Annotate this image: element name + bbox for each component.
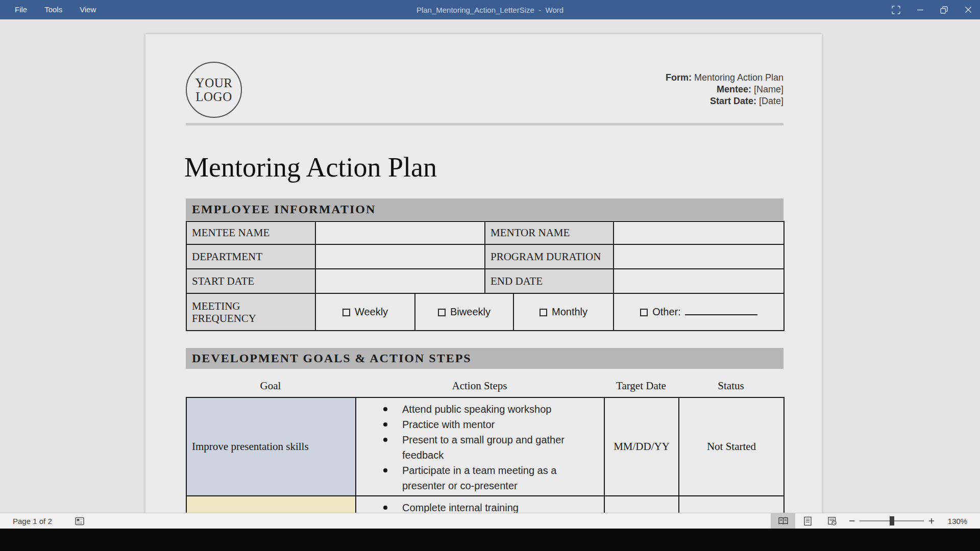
- other-checkbox[interactable]: [640, 309, 648, 316]
- weekly-checkbox[interactable]: [342, 309, 350, 316]
- fit-screen-icon: [891, 5, 901, 15]
- frequency-option-weekly: Weekly: [315, 293, 415, 331]
- minimize-button[interactable]: [908, 0, 932, 19]
- list-item: Attend public speaking workshop: [356, 402, 601, 417]
- company-logo: YOUR LOGO: [186, 62, 242, 118]
- print-layout-button[interactable]: [795, 513, 820, 529]
- plus-icon: [928, 518, 935, 524]
- mentee-name-label: MENTEE NAME: [186, 221, 315, 244]
- form-meta-form: Form: Mentoring Action Plan: [666, 72, 783, 84]
- zoom-level[interactable]: 130%: [944, 517, 971, 525]
- table-row: START DATE END DATE: [186, 269, 784, 293]
- action-steps-list: Attend public speaking workshop Practice…: [356, 398, 604, 493]
- action-steps-list: Complete internal training: [356, 496, 604, 513]
- form-meta-mentee-label: Mentee:: [717, 84, 751, 94]
- status-cell[interactable]: [679, 496, 784, 513]
- menu-file[interactable]: File: [6, 0, 36, 19]
- goals-column-headers: Goal Action Steps Target Date Status: [186, 375, 783, 397]
- department-field[interactable]: [315, 244, 485, 269]
- close-button[interactable]: [956, 0, 980, 19]
- page-indicator[interactable]: Page 1 of 2: [13, 517, 52, 525]
- action-steps-column-header: Action Steps: [355, 375, 604, 397]
- web-layout-icon: [827, 516, 837, 526]
- status-column-header: Status: [678, 375, 783, 397]
- target-date-cell[interactable]: [604, 496, 679, 513]
- web-layout-button[interactable]: [820, 513, 844, 529]
- employee-info-section-header: EMPLOYEE INFORMATION: [186, 198, 783, 220]
- table-row: Improve presentation skills Attend publi…: [186, 397, 784, 496]
- minus-icon: [849, 518, 855, 524]
- program-duration-label: PROGRAM DURATION: [485, 244, 614, 269]
- mentee-name-field[interactable]: [315, 221, 485, 244]
- header-divider: [186, 123, 783, 126]
- monthly-checkbox[interactable]: [540, 309, 547, 316]
- zoom-slider-thumb[interactable]: [890, 516, 894, 525]
- frequency-option-other: Other:: [614, 293, 784, 331]
- end-date-field[interactable]: [614, 269, 784, 293]
- start-date-field[interactable]: [315, 269, 485, 293]
- bottom-black-bar: [0, 529, 980, 551]
- goals-table: Improve presentation skills Attend publi…: [186, 397, 785, 513]
- list-item: Participate in a team meeting as a prese…: [356, 463, 601, 493]
- goal-cell[interactable]: [186, 496, 356, 513]
- close-icon: [964, 6, 972, 14]
- logo-text-line2: LOGO: [195, 90, 232, 104]
- document-page[interactable]: YOUR LOGO Form: Mentoring Action Plan Me…: [145, 34, 822, 513]
- zoom-out-button[interactable]: [844, 513, 860, 529]
- restore-icon: [940, 6, 948, 14]
- document-title: Mentoring Action Plan: [184, 152, 437, 183]
- restore-button[interactable]: [932, 0, 956, 19]
- menu-bar: File Tools View: [0, 0, 105, 19]
- other-label: Other:: [652, 306, 681, 317]
- department-label: DEPARTMENT: [186, 244, 315, 269]
- weekly-label: Weekly: [355, 306, 388, 317]
- frequency-option-biweekly: Biweekly: [415, 293, 513, 331]
- employee-info-tables: MENTEE NAME MENTOR NAME DEPARTMENT PROGR…: [186, 221, 783, 331]
- biweekly-checkbox[interactable]: [438, 309, 446, 316]
- window-controls: [884, 0, 980, 19]
- fit-screen-button[interactable]: [884, 0, 908, 19]
- form-meta-startdate-value: [Date]: [756, 96, 783, 106]
- print-layout-icon: [803, 516, 812, 526]
- meeting-frequency-table: MEETING FREQUENCY Weekly Biweekly Monthl…: [186, 293, 785, 331]
- form-meta-startdate-label: Start Date:: [710, 96, 756, 106]
- end-date-label: END DATE: [485, 269, 614, 293]
- read-mode-button[interactable]: [771, 513, 795, 529]
- other-blank-field[interactable]: [685, 308, 757, 315]
- mentor-name-label: MENTOR NAME: [485, 221, 614, 244]
- goal-cell[interactable]: Improve presentation skills: [186, 397, 356, 496]
- form-meta-block: Form: Mentoring Action Plan Mentee: [Nam…: [666, 72, 783, 107]
- document-workspace: YOUR LOGO Form: Mentoring Action Plan Me…: [0, 19, 980, 513]
- goals-section-header: DEVELOPMENT GOALS & ACTION STEPS: [186, 348, 783, 369]
- action-steps-cell[interactable]: Complete internal training: [356, 496, 604, 513]
- form-meta-mentee-value: [Name]: [751, 84, 783, 94]
- zoom-slider[interactable]: [860, 520, 924, 521]
- list-item: Present to a small group and gather feed…: [356, 432, 601, 463]
- list-item: Complete internal training: [356, 500, 601, 513]
- table-row: MENTEE NAME MENTOR NAME: [186, 221, 784, 244]
- read-mode-icon: [777, 517, 789, 525]
- monthly-label: Monthly: [552, 306, 587, 317]
- zoom-in-button[interactable]: [924, 513, 939, 529]
- frequency-option-monthly: Monthly: [513, 293, 614, 331]
- window-title: Plan_Mentoring_Action_LetterSize - Word: [416, 6, 564, 14]
- target-date-cell[interactable]: MM/DD/YY: [604, 397, 679, 496]
- mentor-name-field[interactable]: [614, 221, 784, 244]
- status-bar: Page 1 of 2 130%: [0, 513, 980, 529]
- meeting-frequency-label: MEETING FREQUENCY: [186, 293, 315, 331]
- form-meta-form-value: Mentoring Action Plan: [692, 72, 783, 83]
- form-meta-startdate: Start Date: [Date]: [666, 95, 783, 107]
- table-row: MEETING FREQUENCY Weekly Biweekly Monthl…: [186, 293, 784, 331]
- action-steps-cell[interactable]: Attend public speaking workshop Practice…: [356, 397, 604, 496]
- minimize-icon: [916, 6, 924, 14]
- title-bar: File Tools View Plan_Mentoring_Action_Le…: [0, 0, 980, 19]
- menu-tools[interactable]: Tools: [36, 0, 71, 19]
- program-duration-field[interactable]: [614, 244, 784, 269]
- table-row: DEPARTMENT PROGRAM DURATION: [186, 244, 784, 269]
- status-cell[interactable]: Not Started: [679, 397, 784, 496]
- page-thumbnail-button[interactable]: [75, 516, 85, 526]
- start-date-label: START DATE: [186, 269, 315, 293]
- logo-text-line1: YOUR: [195, 76, 233, 90]
- menu-view[interactable]: View: [71, 0, 105, 19]
- form-meta-form-label: Form:: [666, 72, 692, 83]
